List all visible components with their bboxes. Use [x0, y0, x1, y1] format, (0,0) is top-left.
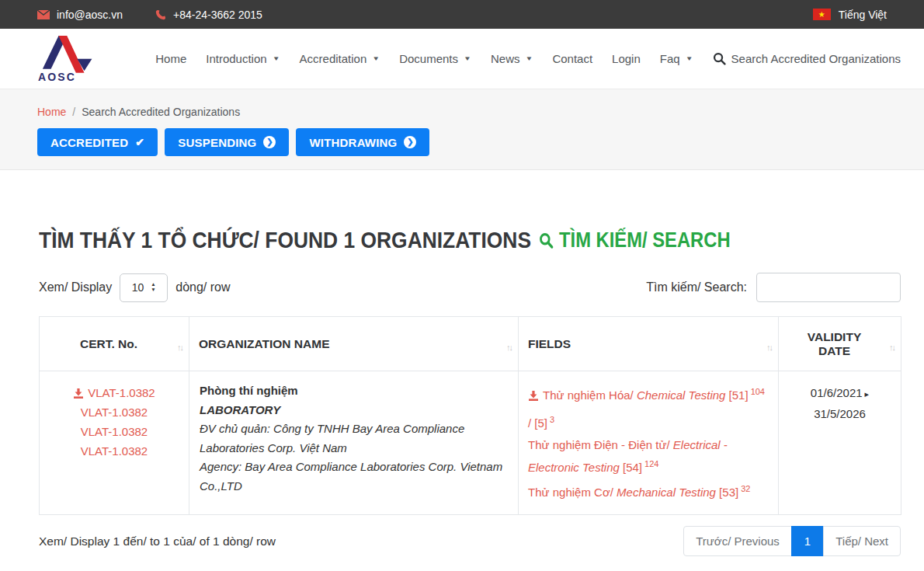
nav-item-contact[interactable]: Contact	[552, 52, 592, 65]
nav-item-home[interactable]: Home	[155, 52, 186, 65]
table-search-control: Tìm kiếm/ Search:	[646, 273, 901, 302]
pagination-page-1-button[interactable]: 1	[791, 526, 824, 556]
display-suffix-label: dòng/ row	[175, 280, 230, 294]
validity-end: 31/5/2026	[788, 404, 891, 423]
chevron-circle-right-icon: ❯	[404, 136, 416, 148]
svg-text:AOSC: AOSC	[38, 70, 76, 82]
status-filter-row: ACCREDITED ✔ SUSPENDING ❯ WITHDRAWING ❯	[37, 128, 887, 156]
cert-link[interactable]: VLAT-1.0382	[81, 425, 148, 438]
nav-item-search-accredited[interactable]: Search Accredited Organizations	[713, 52, 901, 65]
main-content: TÌM THẤY 1 TỔ CHỨC/ FOUND 1 ORGANIZATION…	[0, 227, 924, 556]
field-item: Thử nghiệm Cơ/ Mechanical Testing [53]32	[528, 479, 769, 502]
nav-item-accreditation[interactable]: Accreditation▼	[300, 52, 380, 65]
suspending-label: SUSPENDING	[178, 136, 256, 149]
header-validity-date[interactable]: VALIDITY DATE↑↓	[779, 317, 901, 371]
envelope-icon	[37, 10, 50, 19]
field-code: [51]	[725, 388, 748, 402]
nav-label: Faq	[660, 52, 680, 65]
field-count: 124	[644, 459, 658, 468]
sort-icon: ↑↓	[889, 343, 894, 352]
accredited-button[interactable]: ACCREDITED ✔	[37, 128, 158, 156]
page-title: TÌM THẤY 1 TỔ CHỨC/ FOUND 1 ORGANIZATION…	[39, 227, 531, 253]
field-link[interactable]: / [5]3	[528, 416, 554, 430]
validity-date-cell: 01/6/2021▸ 31/5/2026	[779, 371, 901, 515]
cert-link[interactable]: VLAT-1.0382	[81, 406, 148, 419]
aosc-logo-icon: AOSC	[36, 32, 107, 83]
results-title-row: TÌM THẤY 1 TỔ CHỨC/ FOUND 1 ORGANIZATION…	[39, 227, 797, 253]
chevron-down-icon: ▼	[464, 55, 471, 62]
main-nav: Home Introduction▼ Accreditation▼ Docume…	[155, 52, 901, 65]
field-prefix: Thử nghiệm Cơ/	[528, 486, 617, 499]
cert-link[interactable]: VLAT-1.0382	[73, 386, 155, 399]
pagination-previous-button[interactable]: Trước/ Previous	[683, 526, 792, 556]
table-footer: Xem/ Display 1 đến/ to 1 của/ of 1 dòng/…	[39, 526, 901, 556]
page-length-select[interactable]: 10 ▲▼	[120, 273, 168, 302]
nav-label: News	[491, 52, 520, 65]
field-count: 104	[751, 387, 765, 396]
header-organization-name[interactable]: ORGANIZATION NAME↑↓	[189, 317, 519, 371]
sort-icon: ↑↓	[506, 343, 512, 352]
withdrawing-button[interactable]: WITHDRAWING ❯	[296, 128, 429, 156]
header-label: CERT. No.	[80, 337, 137, 350]
topbar-email: info@aosc.vn	[57, 9, 123, 21]
chevron-circle-right-icon: ❯	[263, 136, 276, 148]
language-switch[interactable]: ★ Tiếng Việt	[813, 9, 887, 21]
breadcrumb-current: Search Accredited Organizations	[82, 106, 240, 118]
withdrawing-label: WITHDRAWING	[309, 136, 397, 149]
table-controls: Xem/ Display 10 ▲▼ dòng/ row Tìm kiếm/ S…	[39, 273, 901, 302]
site-header: AOSC Home Introduction▼ Accreditation▼ D…	[0, 29, 924, 89]
nav-label: Introduction	[206, 52, 266, 65]
table-search-input[interactable]	[756, 273, 901, 302]
field-link[interactable]: Thử nghiệm Hóa/ Chemical Testing [51]104	[528, 388, 765, 402]
field-english: Chemical Testing	[637, 388, 726, 402]
breadcrumb-band: Home / Search Accredited Organizations A…	[0, 89, 924, 170]
email-link[interactable]: info@aosc.vn	[37, 9, 123, 21]
nav-item-faq[interactable]: Faq▼	[660, 52, 693, 65]
display-prefix-label: Xem/ Display	[39, 280, 112, 294]
nav-item-documents[interactable]: Documents▼	[399, 52, 471, 65]
nav-label: Accreditation	[300, 52, 367, 65]
pagination: Trước/ Previous 1 Tiếp/ Next	[683, 526, 901, 556]
table-summary: Xem/ Display 1 đến/ to 1 của/ of 1 dòng/…	[39, 534, 276, 548]
header-cert-no[interactable]: CERT. No.↑↓	[40, 317, 189, 371]
cert-no-cell: VLAT-1.0382 VLAT-1.0382 VLAT-1.0382 VLAT…	[40, 371, 189, 515]
suspending-button[interactable]: SUSPENDING ❯	[165, 128, 289, 156]
header-label: ORGANIZATION NAME	[199, 337, 329, 350]
org-name-en: LABORATORY	[200, 401, 509, 420]
field-link[interactable]: Thử nghiệm Điện - Điện tử/ Electrical - …	[528, 438, 728, 474]
field-count: 32	[741, 484, 750, 493]
chevron-down-icon: ▼	[686, 55, 693, 62]
field-item: / [5]3	[528, 410, 769, 433]
page-length-value: 10	[132, 281, 144, 294]
fields-cell: Thử nghiệm Hóa/ Chemical Testing [51]104…	[519, 371, 779, 515]
field-item: Thử nghiệm Điện - Điện tử/ Electrical - …	[528, 435, 769, 477]
cert-link[interactable]: VLAT-1.0382	[81, 444, 148, 458]
field-code: [54]	[620, 461, 642, 474]
nav-item-news[interactable]: News▼	[491, 52, 533, 65]
phone-link[interactable]: +84-24-3662 2015	[155, 9, 262, 21]
aosc-logo[interactable]: AOSC	[36, 32, 107, 86]
nav-label: Contact	[552, 52, 592, 65]
field-english: Mechanical Testing	[617, 486, 716, 499]
chevron-down-icon: ▼	[525, 55, 533, 62]
topbar-phone: +84-24-3662 2015	[173, 9, 262, 21]
download-icon	[73, 388, 84, 399]
field-link[interactable]: Thử nghiệm Cơ/ Mechanical Testing [53]32	[528, 486, 750, 499]
organization-name-cell: Phòng thí nghiệm LABORATORY ĐV chủ quản:…	[189, 371, 519, 515]
download-icon	[528, 390, 539, 401]
cert-number: VLAT-1.0382	[88, 386, 155, 399]
nav-label: Documents	[399, 52, 458, 65]
caret-right-icon: ▸	[865, 389, 870, 399]
nav-item-introduction[interactable]: Introduction▼	[206, 52, 280, 65]
breadcrumb-home-link[interactable]: Home	[37, 106, 66, 118]
search-again-link[interactable]: TÌM KIẾM/ SEARCH	[540, 228, 731, 252]
search-again-label: TÌM KIẾM/ SEARCH	[559, 228, 730, 252]
pagination-next-button[interactable]: Tiếp/ Next	[823, 526, 901, 556]
chevron-down-icon: ▼	[372, 55, 380, 62]
vietnam-flag-icon: ★	[813, 9, 831, 20]
header-fields[interactable]: FIELDS↑↓	[519, 317, 779, 371]
results-table: CERT. No.↑↓ ORGANIZATION NAME↑↓ FIELDS↑↓…	[39, 316, 901, 515]
chevron-down-icon: ▼	[273, 55, 280, 62]
nav-item-login[interactable]: Login	[612, 52, 641, 65]
nav-label: Search Accredited Organizations	[731, 52, 901, 65]
